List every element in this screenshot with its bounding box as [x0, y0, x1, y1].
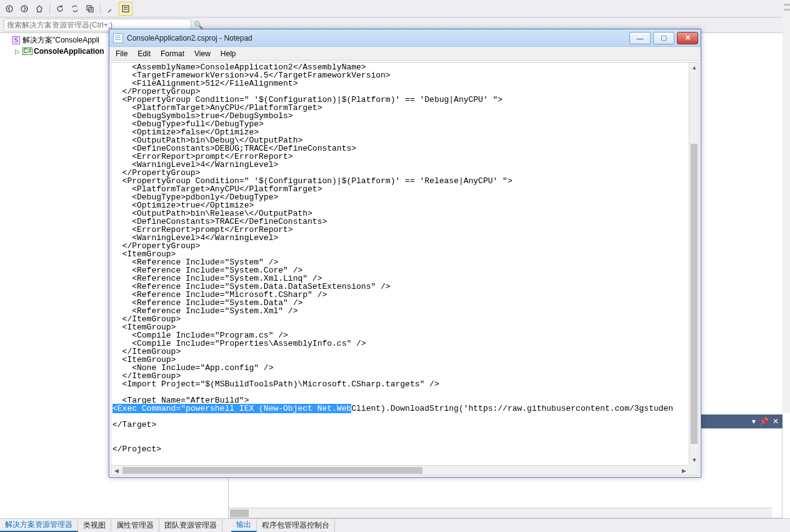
tab-output[interactable]: 输出: [231, 519, 257, 532]
collapse-all-button[interactable]: [83, 2, 97, 16]
vs-toolbar: [0, 0, 790, 18]
expand-icon[interactable]: ▷: [14, 48, 21, 55]
nav-forward-button[interactable]: [18, 2, 31, 16]
menu-edit[interactable]: Edit: [132, 48, 156, 59]
refresh-button[interactable]: [53, 2, 67, 16]
notepad-vscrollbar[interactable]: ▲ ▼: [689, 63, 699, 465]
bottom-tab-strip: 解决方案资源管理器 类视图 属性管理器 团队资源管理器 输出 程序包管理器控制台: [0, 518, 790, 532]
minimize-button[interactable]: —: [629, 32, 651, 44]
scroll-up-icon[interactable]: ▲: [689, 63, 699, 73]
panel-close-icon[interactable]: ✕: [772, 417, 779, 426]
solution-label: 解决方案"ConsoleAppli: [22, 35, 99, 46]
scroll-right-icon[interactable]: ▶: [679, 466, 689, 476]
hscroll-thumb[interactable]: [122, 467, 422, 474]
notepad-text-area[interactable]: <AssemblyName>ConsoleApplication2</Assem…: [111, 63, 689, 465]
notepad-window: ConsoleApplication2.csproj - Notepad — ▢…: [109, 29, 701, 478]
editor-scroll-strip: [782, 0, 790, 413]
nav-back-button[interactable]: [2, 2, 16, 16]
notepad-menubar: File Edit Format View Help: [109, 47, 701, 61]
properties-button[interactable]: [104, 2, 118, 16]
close-button[interactable]: ✕: [677, 32, 698, 44]
svg-rect-4: [122, 6, 129, 12]
solution-icon: S: [12, 36, 19, 44]
menu-view[interactable]: View: [189, 48, 216, 59]
menu-help[interactable]: Help: [216, 48, 241, 59]
scroll-corner: [689, 465, 699, 475]
svg-point-0: [6, 6, 12, 12]
panel-dropdown-icon[interactable]: ▾: [752, 417, 756, 426]
scroll-down-icon[interactable]: ▼: [689, 455, 699, 465]
panel-pin-icon[interactable]: 📌: [759, 417, 769, 426]
csharp-project-icon: C#: [22, 48, 33, 55]
tab-package-manager-console[interactable]: 程序包管理器控制台: [257, 519, 335, 532]
svg-point-1: [21, 6, 28, 12]
project-label: ConsoleApplication: [34, 47, 104, 56]
tab-solution-explorer[interactable]: 解决方案资源管理器: [0, 519, 78, 532]
output-hscrollbar[interactable]: [229, 508, 772, 518]
menu-format[interactable]: Format: [156, 48, 189, 59]
search-icon[interactable]: 🔍: [194, 21, 203, 29]
tab-class-view[interactable]: 类视图: [78, 519, 111, 532]
notepad-titlebar[interactable]: ConsoleApplication2.csproj - Notepad — ▢…: [109, 29, 701, 47]
home-button[interactable]: [32, 2, 46, 16]
tab-team-explorer[interactable]: 团队资源管理器: [159, 519, 222, 532]
notepad-hscrollbar[interactable]: ◀ ▶: [111, 465, 689, 475]
preview-button[interactable]: [119, 2, 132, 16]
notepad-icon: [113, 33, 123, 43]
vscroll-thumb[interactable]: [691, 144, 698, 444]
maximize-button[interactable]: ▢: [653, 32, 674, 44]
sync-button[interactable]: [68, 2, 82, 16]
menu-file[interactable]: File: [111, 48, 132, 59]
tab-property-manager[interactable]: 属性管理器: [111, 519, 159, 532]
notepad-title: ConsoleApplication2.csproj - Notepad: [127, 34, 252, 43]
scroll-left-icon[interactable]: ◀: [111, 466, 121, 476]
